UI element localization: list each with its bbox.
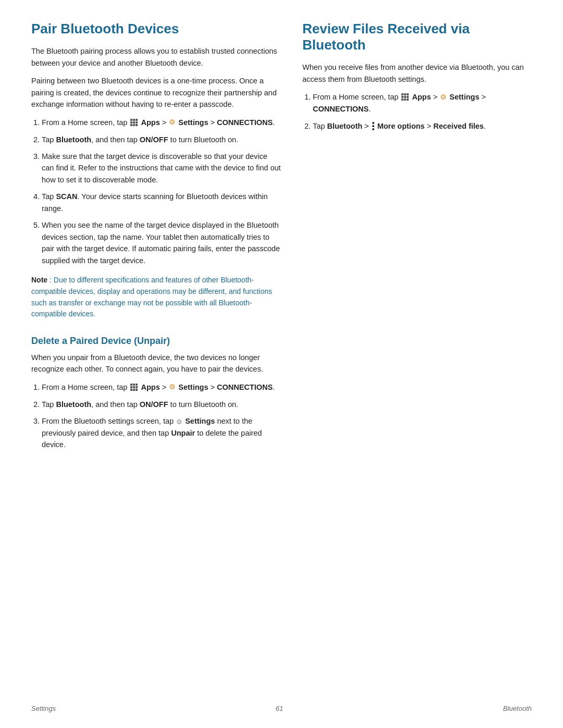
delete-step-1: From a Home screen, tap Apps > ⚙ Setting… [42, 381, 282, 393]
pair-step2-text: Tap Bluetooth, and then tap ON/OFF to tu… [42, 135, 238, 144]
pair-intro-1: The Bluetooth pairing process allows you… [31, 45, 282, 69]
pair-step1-sep1: > [162, 118, 169, 127]
delete-steps-list: From a Home screen, tap Apps > ⚙ Setting… [42, 381, 282, 451]
pair-step-5: When you see the name of the target devi… [42, 219, 282, 266]
apps-icon-1 [130, 119, 138, 126]
left-column: Pair Bluetooth Devices The Bluetooth pai… [31, 21, 282, 458]
review-step1-text-before: From a Home screen, tap [313, 93, 400, 101]
page-content: Pair Bluetooth Devices The Bluetooth pai… [0, 0, 563, 500]
footer-left: Settings [31, 705, 56, 712]
footer-right: Bluetooth [503, 705, 532, 712]
review-step1-settings-label: Settings [449, 93, 479, 101]
review-steps-list: From a Home screen, tap Apps > ⚙ Setting… [313, 91, 532, 132]
delete-intro: When you unpair from a Bluetooth device,… [31, 352, 282, 375]
apps-icon-3 [401, 93, 409, 101]
pair-steps-list: From a Home screen, tap Apps > ⚙ Setting… [42, 117, 282, 267]
review-intro: When you receive files from another devi… [302, 61, 532, 85]
delete-paired-title: Delete a Paired Device (Unpair) [31, 336, 282, 347]
pair-step1-apps-label: Apps [141, 118, 160, 127]
pair-step4-text: Tap SCAN. Your device starts scanning fo… [42, 192, 268, 212]
pair-intro-2: Pairing between two Bluetooth devices is… [31, 75, 282, 110]
note-paragraph: Note : Due to different specifications a… [31, 275, 282, 320]
review-files-title-line2: Bluetooth [302, 37, 365, 53]
note-text: : Due to different specifications and fe… [31, 276, 272, 318]
footer-page-number: 61 [276, 705, 283, 712]
pair-step5-text: When you see the name of the target devi… [42, 221, 280, 264]
settings-icon-3: ⚙ [440, 92, 447, 103]
delete-step-3: From the Bluetooth settings screen, tap … [42, 415, 282, 450]
delete-step3-text-before: From the Bluetooth settings screen, tap [42, 417, 176, 425]
delete-step1-sep1: > [162, 383, 169, 391]
pair-step1-text-before: From a Home screen, tap [42, 118, 129, 127]
pair-step1-text-after: > CONNECTIONS. [211, 118, 275, 127]
review-step1-sep1: > [433, 93, 440, 101]
delete-step2-text: Tap Bluetooth, and then tap ON/OFF to tu… [42, 400, 238, 409]
delete-step1-text-before: From a Home screen, tap [42, 383, 129, 391]
review-step-2: Tap Bluetooth > More options > Received … [313, 120, 532, 132]
delete-step1-text-after: > CONNECTIONS. [211, 383, 275, 391]
review-files-title-line1: Review Files Received via [302, 21, 470, 36]
review-step1-apps-label: Apps [412, 93, 431, 101]
pair-step-3: Make sure that the target device is disc… [42, 151, 282, 186]
right-column: Review Files Received via Bluetooth When… [302, 21, 532, 458]
settings-cog-icon: ⚙ [176, 417, 182, 427]
pair-step-1: From a Home screen, tap Apps > ⚙ Setting… [42, 117, 282, 129]
note-label: Note [31, 276, 47, 284]
note-section: Note : Due to different specifications a… [31, 275, 282, 320]
pair-bluetooth-title: Pair Bluetooth Devices [31, 21, 282, 37]
page-footer: Settings 61 Bluetooth [0, 705, 563, 712]
pair-step3-text: Make sure that the target device is disc… [42, 152, 281, 184]
apps-icon-2 [130, 384, 138, 391]
settings-icon-2: ⚙ [169, 381, 176, 393]
review-step2-text-after: > Received files. [427, 122, 486, 130]
pair-step-2: Tap Bluetooth, and then tap ON/OFF to tu… [42, 134, 282, 145]
review-step2-more-options: More options [377, 122, 425, 130]
delete-step1-apps-label: Apps [141, 383, 160, 391]
settings-icon-1: ⚙ [169, 117, 176, 128]
delete-step3-settings-label: Settings [185, 417, 215, 425]
delete-step-2: Tap Bluetooth, and then tap ON/OFF to tu… [42, 399, 282, 410]
review-step2-text: Tap Bluetooth > [313, 122, 371, 130]
review-step-1: From a Home screen, tap Apps > ⚙ Setting… [313, 91, 532, 115]
delete-step1-settings-label: Settings [178, 383, 208, 391]
pair-step1-settings-label: Settings [178, 118, 208, 127]
review-files-title: Review Files Received via Bluetooth [302, 21, 532, 53]
more-options-icon [372, 122, 374, 130]
pair-step-4: Tap SCAN. Your device starts scanning fo… [42, 191, 282, 214]
